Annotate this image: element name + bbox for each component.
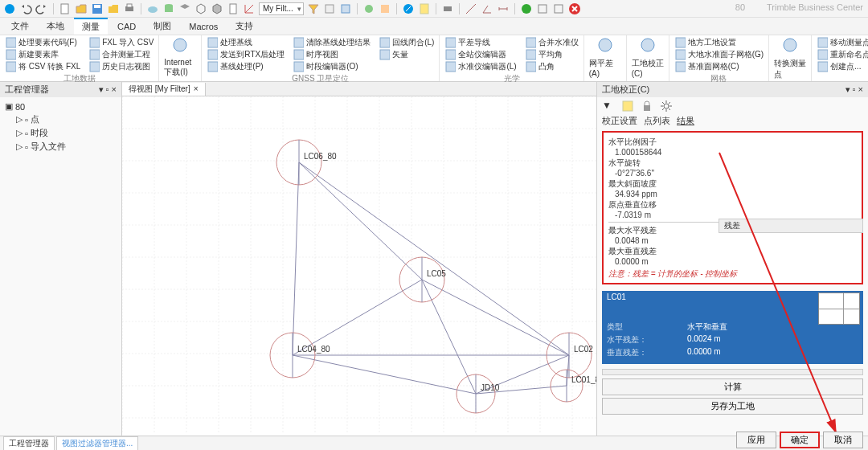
db-icon[interactable] (162, 2, 175, 15)
tree-node-导入文件[interactable]: ▷▫导入文件 (14, 140, 118, 153)
ribbon-item-loop[interactable]: 回线闭合(L) (379, 37, 434, 48)
ribbon-item-merge[interactable]: 合并测量工程 (88, 49, 154, 60)
ribbon-button-rotate[interactable]: 转换测量点 (774, 37, 806, 80)
footer-button-确定[interactable]: 确定 (780, 432, 820, 448)
ribbon-button-sitecal[interactable]: 工地校正(C) (632, 37, 664, 78)
new-icon[interactable] (59, 2, 72, 15)
expand-icon[interactable]: ▷ (16, 141, 23, 152)
frame-icon[interactable] (536, 2, 549, 15)
footer-button-应用[interactable]: 应用 (736, 432, 776, 448)
ribbon-item-seq[interactable]: 时序视图 (293, 49, 371, 60)
gear-icon[interactable] (660, 100, 673, 112)
cube-icon[interactable] (194, 2, 207, 15)
angle-icon[interactable] (481, 2, 493, 15)
network-canvas[interactable]: LC06_80LC05LC04_80JD10LC02LC01_80 (122, 96, 596, 434)
ribbon-item-vec[interactable]: 矢量 (379, 49, 434, 60)
ribbon-item-code[interactable]: 处理要素代码(F) (5, 37, 80, 48)
edit-circle-icon[interactable] (402, 2, 415, 15)
ribbon-item-clear[interactable]: 清除基线处理结果 (293, 37, 371, 48)
calib-button-另存为工地[interactable]: 另存为工地 (602, 398, 863, 415)
panel-pin-icon[interactable]: ▫ (106, 84, 109, 94)
menu-制图[interactable]: 制图 (145, 18, 179, 34)
calib-tab-1[interactable]: 点列表 (644, 115, 670, 127)
funnel-icon[interactable] (307, 2, 320, 15)
menu-CAD[interactable]: CAD (109, 20, 144, 33)
layers-icon[interactable] (178, 2, 191, 15)
ribbon-item-basegrid[interactable]: 基准面网格(C) (674, 61, 764, 72)
ribbon-item-ts[interactable]: 全站仪编辑器 (444, 49, 516, 60)
ribbon-item-convex[interactable]: 凸角 (525, 61, 579, 72)
plan-viewport[interactable]: 得视图 [My Filter] × LC06_80LC05LC04_80JD10… (122, 82, 596, 436)
tool-d-icon[interactable] (379, 2, 391, 15)
ribbon-item-csv[interactable]: 将 CSV 转换 FXL (5, 61, 80, 72)
ribbon-item-localset[interactable]: 地方工地设置 (674, 37, 764, 48)
cube2-icon[interactable] (211, 2, 223, 15)
menu-Macros[interactable]: Macros (181, 20, 226, 33)
panel-pin-icon[interactable]: ▫ (853, 84, 856, 94)
note-icon[interactable] (621, 100, 634, 112)
print2-icon[interactable] (441, 2, 454, 15)
ribbon-item-move[interactable]: 移动测量点 (817, 37, 868, 48)
expand-icon[interactable]: ▷ (16, 128, 23, 138)
ribbon-item-leveled[interactable]: 水准仪编辑器(L) (444, 61, 516, 72)
tree-node-点[interactable]: ▷▫点 (14, 112, 118, 126)
statusbar-tab-filter[interactable]: 视图过滤器管理器... (56, 436, 138, 450)
tab-close-icon[interactable]: × (194, 84, 199, 93)
footer-button-取消[interactable]: 取消 (823, 432, 863, 448)
dropdown-icon[interactable]: ▼ (602, 100, 615, 112)
green-dot-icon[interactable] (520, 2, 533, 15)
ribbon-button-netadj[interactable]: 网平差(A) (589, 37, 621, 78)
ribbon-item-mergelvl[interactable]: 合并水准仪 (525, 37, 579, 48)
print-icon[interactable] (123, 2, 136, 15)
menu-文件[interactable]: 文件 (3, 18, 37, 34)
overview-thumbnail[interactable] (818, 292, 860, 325)
axis-icon[interactable] (243, 2, 256, 15)
tool-c-icon[interactable] (362, 2, 375, 15)
measure-icon[interactable] (465, 2, 477, 15)
ribbon-item-level[interactable]: 平差导线 (444, 37, 516, 48)
close-red-icon[interactable] (568, 2, 581, 15)
expand-icon[interactable]: ▷ (16, 114, 23, 125)
ribbon-item-import[interactable]: FXL 导入 CSV (88, 37, 154, 48)
page-icon[interactable] (227, 2, 240, 15)
ribbon-item-avg[interactable]: 平均角 (525, 49, 579, 60)
tree-node-时段[interactable]: ▷▫时段 (14, 126, 118, 140)
ribbon-item-proc[interactable]: 基线处理(P) (207, 61, 285, 72)
filter-combo[interactable]: My Filt... (259, 2, 304, 15)
tool-b-icon[interactable] (339, 2, 352, 15)
horizontal-scrollbar[interactable] (602, 369, 863, 375)
tree-root[interactable]: ▣ 80 (3, 100, 118, 112)
menu-本地[interactable]: 本地 (39, 18, 72, 34)
ribbon-item-new[interactable]: 新建要素库 (5, 49, 80, 60)
ribbon-item-creatept[interactable]: 创建点... (817, 61, 868, 72)
undo-icon[interactable] (19, 2, 32, 15)
ribbon-item-seg[interactable]: 时段编辑器(O) (293, 61, 371, 72)
menu-支持[interactable]: 支持 (227, 18, 261, 34)
ribbon-item-rtx[interactable]: 发送到RTX后处理 (207, 49, 285, 60)
statusbar-tab-project[interactable]: 工程管理器 (3, 436, 55, 450)
frame2-icon[interactable] (552, 2, 565, 15)
panel-dropdown-icon[interactable]: ▾ (99, 84, 104, 94)
cloud-icon[interactable] (146, 2, 159, 15)
open-icon[interactable] (75, 2, 88, 15)
calib-tab-2[interactable]: 结果 (677, 115, 694, 127)
ribbon-button-download[interactable]: Internet 下载(I) (164, 37, 196, 78)
redo-icon[interactable] (35, 2, 48, 15)
dim-icon[interactable] (497, 2, 510, 15)
save-icon[interactable] (91, 2, 104, 15)
tool-a-icon[interactable] (323, 2, 336, 15)
ribbon-item-geoid[interactable]: 大地水准面子网格(G) (674, 49, 764, 60)
ribbon-item-rename[interactable]: 重新命名点(N) (817, 49, 868, 60)
view-tab[interactable]: 得视图 [My Filter] × (122, 83, 206, 96)
calib-button-计算[interactable]: 计算 (602, 378, 863, 395)
panel-close-icon[interactable]: × (112, 84, 117, 94)
calib-tab-0[interactable]: 校正设置 (602, 115, 637, 127)
ribbon-item-history[interactable]: 历史日志视图 (88, 61, 154, 72)
note-icon[interactable] (418, 2, 431, 15)
menu-测量[interactable]: 测量 (74, 18, 108, 35)
lock-icon[interactable] (641, 100, 653, 112)
folder-icon[interactable] (107, 2, 120, 15)
panel-dropdown-icon[interactable]: ▾ (845, 84, 850, 94)
panel-close-icon[interactable]: × (858, 84, 863, 94)
ribbon-item-baseline[interactable]: 处理基线 (207, 37, 285, 48)
